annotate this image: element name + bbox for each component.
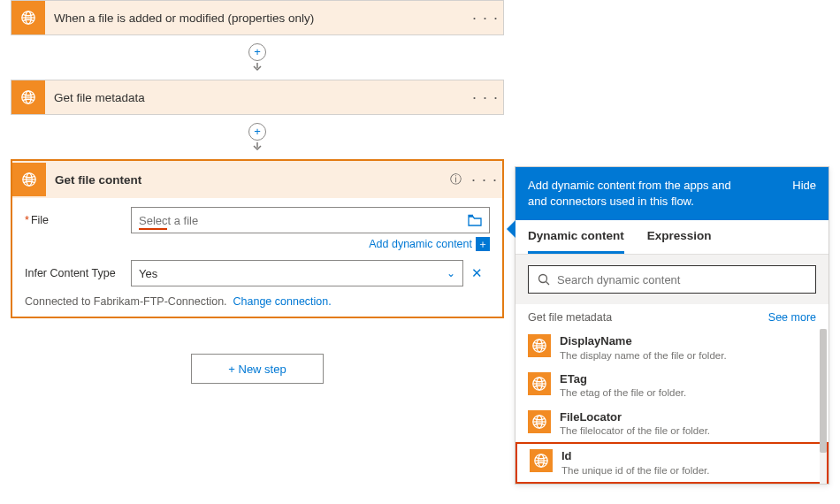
clear-button[interactable]: ✕ — [463, 265, 490, 281]
search-box[interactable] — [528, 265, 816, 294]
add-step-button[interactable]: + — [248, 123, 266, 141]
infer-value: Yes — [139, 267, 447, 280]
info-icon[interactable]: ⓘ — [444, 172, 467, 187]
dynamic-item[interactable]: FileLocator The filelocator of the file … — [515, 405, 829, 443]
dynamic-item-id[interactable]: Id The unique id of the file or folder. — [515, 442, 829, 484]
dynamic-content-panel: Add dynamic content from the apps and an… — [515, 166, 829, 485]
dynamic-item[interactable]: DisplayName The display name of the file… — [515, 329, 829, 367]
infer-label: Infer Content Type — [25, 267, 131, 279]
change-connection-link[interactable]: Change connection. — [233, 295, 332, 308]
panel-tabs: Dynamic content Expression — [515, 220, 829, 255]
arrow-down-icon — [250, 142, 264, 151]
search-icon — [538, 273, 550, 286]
flow-connector: + — [11, 35, 504, 80]
dynamic-item[interactable]: ETag The etag of the file or folder. — [515, 367, 829, 405]
svg-line-4 — [546, 282, 550, 286]
ellipsis-button[interactable]: · · · — [467, 171, 502, 189]
add-dynamic-content-link[interactable]: Add dynamic content — [369, 238, 472, 250]
tab-dynamic-content[interactable]: Dynamic content — [528, 229, 624, 254]
add-dynamic-plus-icon[interactable]: ＋ — [476, 237, 490, 251]
content-card-header[interactable]: Get file content ⓘ · · · — [12, 161, 502, 198]
content-card: Get file content ⓘ · · · *File Add dynam… — [11, 159, 504, 318]
connector-icon — [528, 372, 551, 395]
search-input[interactable] — [557, 273, 806, 286]
new-step-button[interactable]: + New step — [191, 354, 324, 384]
flow-connector: + — [11, 115, 504, 159]
infer-select[interactable]: Yes ⌄ — [131, 260, 463, 286]
add-step-button[interactable]: + — [248, 43, 266, 61]
arrow-down-icon — [250, 63, 264, 72]
metadata-card[interactable]: Get file metadata · · · — [11, 80, 504, 115]
dynamic-items-list: DisplayName The display name of the file… — [515, 329, 829, 484]
file-label: *File — [25, 214, 131, 226]
see-more-link[interactable]: See more — [768, 311, 816, 324]
connector-icon — [530, 449, 553, 472]
trigger-title: When a file is added or modified (proper… — [45, 11, 468, 25]
file-input[interactable] — [131, 207, 490, 233]
metadata-title: Get file metadata — [45, 91, 468, 104]
connection-info: Connected to Fabrikam-FTP-Connection. Ch… — [25, 295, 490, 308]
content-title: Get file content — [46, 173, 444, 187]
ellipsis-button[interactable]: · · · — [468, 9, 503, 27]
file-input-text[interactable] — [139, 214, 468, 227]
hide-button[interactable]: Hide — [780, 178, 816, 194]
panel-pointer — [507, 220, 515, 238]
chevron-down-icon: ⌄ — [447, 267, 455, 279]
ellipsis-button[interactable]: · · · — [468, 88, 503, 107]
trigger-card[interactable]: When a file is added or modified (proper… — [11, 0, 504, 35]
connector-icon — [11, 1, 45, 34]
panel-header: Add dynamic content from the apps and an… — [515, 167, 829, 220]
section-title: Get file metadata — [528, 311, 612, 324]
tab-expression[interactable]: Expression — [647, 229, 712, 254]
folder-picker-icon[interactable] — [468, 214, 482, 226]
connector-icon — [11, 80, 45, 114]
connector-icon — [528, 334, 551, 357]
svg-point-3 — [539, 275, 547, 283]
scrollbar[interactable] — [820, 329, 827, 484]
connector-icon — [12, 163, 46, 196]
connector-icon — [528, 410, 551, 433]
